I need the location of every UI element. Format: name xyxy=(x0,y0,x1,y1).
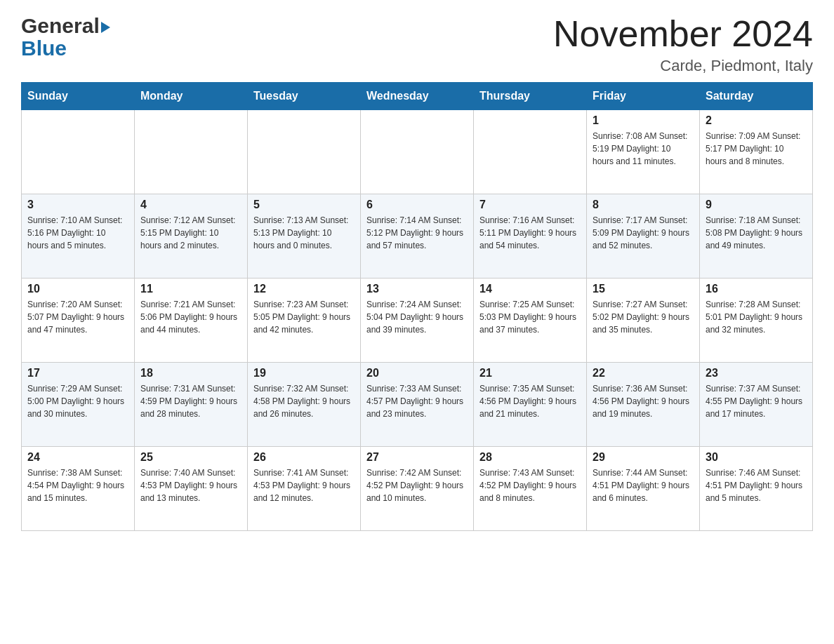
day-info-22: Sunrise: 7:36 AM Sunset: 4:56 PM Dayligh… xyxy=(593,382,694,420)
day-number-3: 3 xyxy=(27,199,128,211)
day-cell-23: 19Sunrise: 7:32 AM Sunset: 4:58 PM Dayli… xyxy=(248,363,361,447)
day-info-28: Sunrise: 7:43 AM Sunset: 4:52 PM Dayligh… xyxy=(479,467,581,504)
month-title: November 2024 xyxy=(553,14,813,54)
day-cell-32: 28Sunrise: 7:43 AM Sunset: 4:52 PM Dayli… xyxy=(474,447,587,531)
day-cell-26: 22Sunrise: 7:36 AM Sunset: 4:56 PM Dayli… xyxy=(587,363,700,447)
day-cell-22: 18Sunrise: 7:31 AM Sunset: 4:59 PM Dayli… xyxy=(135,363,248,447)
day-cell-10: 6Sunrise: 7:14 AM Sunset: 5:12 PM Daylig… xyxy=(361,194,474,279)
logo-blue-text: Blue xyxy=(21,36,67,60)
day-cell-29: 25Sunrise: 7:40 AM Sunset: 4:53 PM Dayli… xyxy=(135,447,248,531)
day-number-7: 7 xyxy=(479,199,581,211)
day-info-21: Sunrise: 7:35 AM Sunset: 4:56 PM Dayligh… xyxy=(479,382,581,420)
day-cell-15: 11Sunrise: 7:21 AM Sunset: 5:06 PM Dayli… xyxy=(135,279,248,363)
day-info-30: Sunrise: 7:46 AM Sunset: 4:51 PM Dayligh… xyxy=(706,467,807,504)
day-info-12: Sunrise: 7:23 AM Sunset: 5:05 PM Dayligh… xyxy=(253,298,355,336)
header-monday: Monday xyxy=(135,83,248,110)
day-number-22: 22 xyxy=(593,367,694,380)
header-friday: Friday xyxy=(587,83,700,110)
day-number-29: 29 xyxy=(593,451,694,464)
week-row-3: 10Sunrise: 7:20 AM Sunset: 5:07 PM Dayli… xyxy=(22,279,813,363)
day-info-13: Sunrise: 7:24 AM Sunset: 5:04 PM Dayligh… xyxy=(366,298,468,336)
day-cell-24: 20Sunrise: 7:33 AM Sunset: 4:57 PM Dayli… xyxy=(361,363,474,447)
weekday-header-row: SundayMondayTuesdayWednesdayThursdayFrid… xyxy=(22,83,813,110)
title-area: November 2024 Carde, Piedmont, Italy xyxy=(553,14,813,75)
logo-general-text: General xyxy=(21,14,100,38)
week-row-5: 24Sunrise: 7:38 AM Sunset: 4:54 PM Dayli… xyxy=(22,447,813,531)
day-info-11: Sunrise: 7:21 AM Sunset: 5:06 PM Dayligh… xyxy=(140,298,241,336)
day-info-5: Sunrise: 7:13 AM Sunset: 5:13 PM Dayligh… xyxy=(253,214,355,252)
header-saturday: Saturday xyxy=(700,83,813,110)
day-cell-19: 15Sunrise: 7:27 AM Sunset: 5:02 PM Dayli… xyxy=(587,279,700,363)
day-number-13: 13 xyxy=(366,283,468,295)
day-cell-1 xyxy=(135,110,248,194)
day-info-3: Sunrise: 7:10 AM Sunset: 5:16 PM Dayligh… xyxy=(27,214,128,252)
day-number-16: 16 xyxy=(706,283,807,295)
day-number-2: 2 xyxy=(706,114,807,127)
day-info-7: Sunrise: 7:16 AM Sunset: 5:11 PM Dayligh… xyxy=(479,214,581,252)
day-info-26: Sunrise: 7:41 AM Sunset: 4:53 PM Dayligh… xyxy=(253,467,355,504)
day-number-4: 4 xyxy=(140,199,241,211)
day-info-16: Sunrise: 7:28 AM Sunset: 5:01 PM Dayligh… xyxy=(706,298,807,336)
day-cell-17: 13Sunrise: 7:24 AM Sunset: 5:04 PM Dayli… xyxy=(361,279,474,363)
day-cell-7: 3Sunrise: 7:10 AM Sunset: 5:16 PM Daylig… xyxy=(22,194,135,279)
day-info-14: Sunrise: 7:25 AM Sunset: 5:03 PM Dayligh… xyxy=(479,298,581,336)
location-subtitle: Carde, Piedmont, Italy xyxy=(553,57,813,75)
day-info-24: Sunrise: 7:38 AM Sunset: 4:54 PM Dayligh… xyxy=(27,467,128,504)
day-cell-14: 10Sunrise: 7:20 AM Sunset: 5:07 PM Dayli… xyxy=(22,279,135,363)
day-number-25: 25 xyxy=(140,451,241,464)
day-cell-11: 7Sunrise: 7:16 AM Sunset: 5:11 PM Daylig… xyxy=(474,194,587,279)
header-sunday: Sunday xyxy=(22,83,135,110)
header-tuesday: Tuesday xyxy=(248,83,361,110)
day-cell-27: 23Sunrise: 7:37 AM Sunset: 4:55 PM Dayli… xyxy=(700,363,813,447)
day-number-17: 17 xyxy=(27,367,128,380)
day-info-6: Sunrise: 7:14 AM Sunset: 5:12 PM Dayligh… xyxy=(366,214,468,252)
day-number-27: 27 xyxy=(366,451,468,464)
day-cell-12: 8Sunrise: 7:17 AM Sunset: 5:09 PM Daylig… xyxy=(587,194,700,279)
day-number-20: 20 xyxy=(366,367,468,380)
day-info-4: Sunrise: 7:12 AM Sunset: 5:15 PM Dayligh… xyxy=(140,214,241,252)
day-number-15: 15 xyxy=(593,283,694,295)
day-number-14: 14 xyxy=(479,283,581,295)
day-cell-21: 17Sunrise: 7:29 AM Sunset: 5:00 PM Dayli… xyxy=(22,363,135,447)
week-row-4: 17Sunrise: 7:29 AM Sunset: 5:00 PM Dayli… xyxy=(22,363,813,447)
day-cell-16: 12Sunrise: 7:23 AM Sunset: 5:05 PM Dayli… xyxy=(248,279,361,363)
day-number-10: 10 xyxy=(27,283,128,295)
day-cell-6: 2Sunrise: 7:09 AM Sunset: 5:17 PM Daylig… xyxy=(700,110,813,194)
day-info-17: Sunrise: 7:29 AM Sunset: 5:00 PM Dayligh… xyxy=(27,382,128,420)
day-cell-33: 29Sunrise: 7:44 AM Sunset: 4:51 PM Dayli… xyxy=(587,447,700,531)
day-number-19: 19 xyxy=(253,367,355,380)
page-header: General Blue November 2024 Carde, Piedmo… xyxy=(21,14,813,75)
day-number-30: 30 xyxy=(706,451,807,464)
day-number-21: 21 xyxy=(479,367,581,380)
day-cell-13: 9Sunrise: 7:18 AM Sunset: 5:08 PM Daylig… xyxy=(700,194,813,279)
day-info-8: Sunrise: 7:17 AM Sunset: 5:09 PM Dayligh… xyxy=(593,214,694,252)
day-number-26: 26 xyxy=(253,451,355,464)
day-info-27: Sunrise: 7:42 AM Sunset: 4:52 PM Dayligh… xyxy=(366,467,468,504)
day-number-5: 5 xyxy=(253,199,355,211)
day-cell-31: 27Sunrise: 7:42 AM Sunset: 4:52 PM Dayli… xyxy=(361,447,474,531)
day-cell-0 xyxy=(22,110,135,194)
calendar-table: SundayMondayTuesdayWednesdayThursdayFrid… xyxy=(21,82,813,531)
day-info-23: Sunrise: 7:37 AM Sunset: 4:55 PM Dayligh… xyxy=(706,382,807,420)
day-cell-2 xyxy=(248,110,361,194)
day-info-25: Sunrise: 7:40 AM Sunset: 4:53 PM Dayligh… xyxy=(140,467,241,504)
day-info-19: Sunrise: 7:32 AM Sunset: 4:58 PM Dayligh… xyxy=(253,382,355,420)
logo-area: General Blue xyxy=(21,14,110,60)
day-cell-20: 16Sunrise: 7:28 AM Sunset: 5:01 PM Dayli… xyxy=(700,279,813,363)
day-cell-5: 1Sunrise: 7:08 AM Sunset: 5:19 PM Daylig… xyxy=(587,110,700,194)
day-cell-30: 26Sunrise: 7:41 AM Sunset: 4:53 PM Dayli… xyxy=(248,447,361,531)
day-cell-9: 5Sunrise: 7:13 AM Sunset: 5:13 PM Daylig… xyxy=(248,194,361,279)
day-info-15: Sunrise: 7:27 AM Sunset: 5:02 PM Dayligh… xyxy=(593,298,694,336)
header-thursday: Thursday xyxy=(474,83,587,110)
day-cell-4 xyxy=(474,110,587,194)
day-number-28: 28 xyxy=(479,451,581,464)
day-info-10: Sunrise: 7:20 AM Sunset: 5:07 PM Dayligh… xyxy=(27,298,128,336)
day-number-9: 9 xyxy=(706,199,807,211)
day-number-12: 12 xyxy=(253,283,355,295)
day-cell-34: 30Sunrise: 7:46 AM Sunset: 4:51 PM Dayli… xyxy=(700,447,813,531)
week-row-2: 3Sunrise: 7:10 AM Sunset: 5:16 PM Daylig… xyxy=(22,194,813,279)
day-info-18: Sunrise: 7:31 AM Sunset: 4:59 PM Dayligh… xyxy=(140,382,241,420)
day-info-1: Sunrise: 7:08 AM Sunset: 5:19 PM Dayligh… xyxy=(593,130,694,168)
day-number-8: 8 xyxy=(593,199,694,211)
day-cell-3 xyxy=(361,110,474,194)
